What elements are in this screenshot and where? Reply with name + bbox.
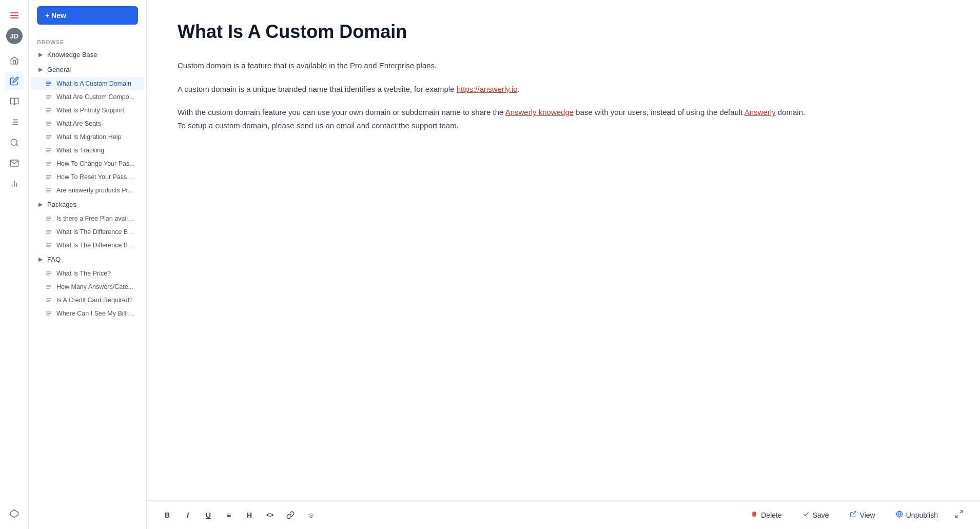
home-nav-button[interactable] <box>5 51 24 70</box>
sidebar-item-label: What Is The Difference Be... <box>56 228 136 236</box>
sidebar-item-label: Where Can I See My Billin... <box>56 310 136 317</box>
article-paragraph-2: A custom domain is a unique branded name… <box>178 83 949 96</box>
delete-button[interactable]: Delete <box>742 506 790 523</box>
sidebar-item-custom-compo[interactable]: What Are Custom Compo... <box>31 90 144 104</box>
unpublish-label: Unpublish <box>906 511 938 519</box>
svg-rect-26 <box>46 148 52 149</box>
sidebar-item-label: What Is Tracking <box>56 147 104 154</box>
chart-nav-button[interactable] <box>5 174 24 193</box>
svg-rect-47 <box>46 271 52 272</box>
article-paragraph-3: With the custom domain feature you can u… <box>178 106 949 132</box>
mail-icon <box>10 159 19 168</box>
sidebar-item-tracking[interactable]: What Is Tracking <box>31 144 144 157</box>
sidebar-category-packages[interactable]: ▶ Packages <box>29 197 146 212</box>
sidebar-item-free-plan[interactable]: Is there a Free Plan availa... <box>31 212 144 225</box>
doc-icon <box>45 270 52 277</box>
sidebar-item-label: What Is The Price? <box>56 270 111 277</box>
sidebar-item-answers-cate[interactable]: How Many Answers/Cate... <box>31 280 144 293</box>
svg-rect-12 <box>46 83 52 84</box>
unpublish-button[interactable]: Unpublish <box>888 506 946 523</box>
svg-rect-46 <box>46 246 50 247</box>
menu-icon <box>10 12 18 18</box>
edit-icon <box>10 76 19 86</box>
svg-rect-21 <box>46 123 52 124</box>
sidebar-item-diff-1[interactable]: What Is The Difference Be... <box>31 225 144 239</box>
svg-rect-56 <box>46 311 52 312</box>
trash-icon <box>751 511 758 518</box>
sidebar-category-faq[interactable]: ▶ FAQ <box>29 252 146 267</box>
sidebar-category-label: FAQ <box>47 256 61 263</box>
svg-rect-33 <box>46 177 52 178</box>
sidebar-item-billing[interactable]: Where Can I See My Billin... <box>31 307 144 320</box>
sidebar-item-custom-domain[interactable]: What Is A Custom Domain <box>31 77 144 90</box>
sidebar-category-knowledge-base[interactable]: ▶ Knowledge Base <box>29 47 146 62</box>
svg-rect-18 <box>46 110 52 111</box>
sidebar-item-price[interactable]: What Is The Price? <box>31 267 144 280</box>
sidebar-item-reset-pass[interactable]: How To Reset Your Passw... <box>31 170 144 184</box>
save-label: Save <box>813 511 829 519</box>
answerly-link-3[interactable]: Answerly <box>744 108 776 116</box>
diamond-nav-button[interactable] <box>5 504 24 523</box>
doc-icon <box>45 173 52 181</box>
svg-line-62 <box>960 511 963 513</box>
svg-line-63 <box>955 515 958 518</box>
hamburger-button[interactable] <box>5 6 24 25</box>
svg-rect-54 <box>46 300 52 301</box>
sidebar-item-priority-support[interactable]: What Is Priority Support <box>31 104 144 117</box>
avatar[interactable]: JD <box>6 28 23 44</box>
svg-rect-37 <box>46 191 50 192</box>
svg-rect-49 <box>46 275 50 276</box>
mail-nav-button[interactable] <box>5 154 24 172</box>
diamond-icon <box>10 509 19 518</box>
doc-icon <box>45 160 52 167</box>
link-icon <box>286 511 295 519</box>
sidebar-item-migration-help[interactable]: What Is Migration Help <box>31 130 144 144</box>
unpublish-icon <box>896 511 903 519</box>
svg-marker-10 <box>10 510 18 518</box>
svg-rect-32 <box>46 175 52 176</box>
view-button[interactable]: View <box>841 506 884 523</box>
svg-rect-13 <box>46 85 50 86</box>
list-button[interactable]: ≡ <box>221 507 237 523</box>
save-icon <box>802 511 810 519</box>
delete-icon <box>751 511 758 519</box>
svg-rect-31 <box>46 165 50 166</box>
search-nav-button[interactable] <box>5 133 24 152</box>
article-title: What Is A Custom Domain <box>178 21 949 43</box>
save-button[interactable]: Save <box>794 506 837 523</box>
code-button[interactable]: <> <box>262 507 278 523</box>
sidebar-category-general[interactable]: ▶ General <box>29 62 146 77</box>
sidebar-item-label: Are answerly products Pr... <box>56 187 133 194</box>
emoji-button[interactable]: ☺ <box>303 507 319 523</box>
chart-icon <box>10 179 19 188</box>
italic-button[interactable]: I <box>180 507 196 523</box>
list-nav-button[interactable] <box>5 113 24 131</box>
bold-button[interactable]: B <box>159 507 175 523</box>
sidebar-item-seats[interactable]: What Are Seats <box>31 117 144 130</box>
sidebar-item-change-pass[interactable]: How To Change Your Pas... <box>31 157 144 170</box>
svg-rect-45 <box>46 245 52 246</box>
svg-rect-42 <box>46 231 52 232</box>
answerly-link-2[interactable]: Answerly knowedge <box>505 108 574 116</box>
new-button[interactable]: + New <box>37 6 138 25</box>
sidebar-item-credit-card[interactable]: Is A Credit Card Required? <box>31 293 144 307</box>
sidebar-item-diff-2[interactable]: What Is The Difference Be... <box>31 239 144 252</box>
svg-rect-58 <box>46 315 50 316</box>
link-button[interactable] <box>282 507 299 523</box>
svg-rect-24 <box>46 136 52 138</box>
book-nav-button[interactable] <box>5 92 24 111</box>
underline-button[interactable]: U <box>200 507 217 523</box>
sidebar-item-products-pr[interactable]: Are answerly products Pr... <box>31 184 144 197</box>
svg-rect-14 <box>46 95 52 96</box>
search-icon <box>10 138 19 147</box>
svg-rect-52 <box>46 288 50 289</box>
doc-icon <box>45 133 52 141</box>
main-content: What Is A Custom Domain Custom domain is… <box>147 0 980 529</box>
svg-rect-48 <box>46 273 52 274</box>
doc-icon <box>45 242 52 249</box>
sidebar-scroll: BROWSE ▶ Knowledge Base ▶ General What I… <box>29 31 146 529</box>
expand-button[interactable] <box>950 505 968 524</box>
edit-nav-button[interactable] <box>5 72 24 90</box>
answerly-link-1[interactable]: https://answerly.io <box>457 85 518 93</box>
heading-button[interactable]: H <box>241 507 258 523</box>
